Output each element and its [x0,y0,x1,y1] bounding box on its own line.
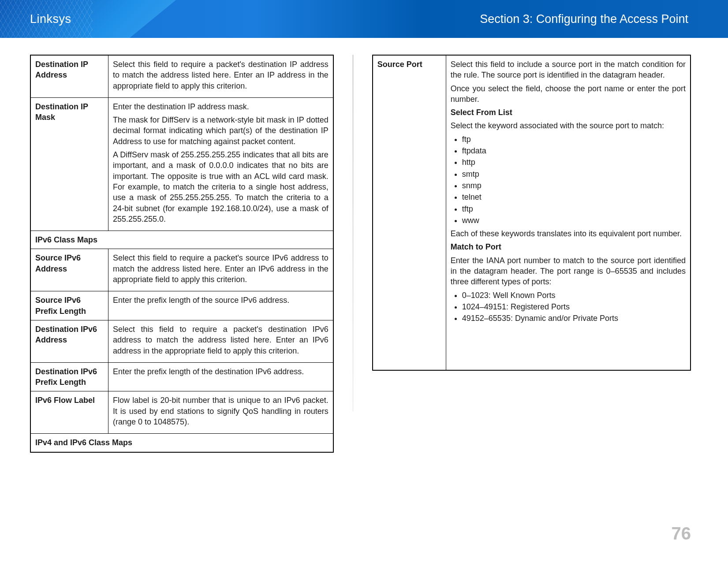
bullet-list: 0–1023: Well Known Ports 1024–49151: Reg… [462,290,686,324]
table-row: IPv6 Flow Label Flow label is 20-bit num… [30,391,333,434]
row-label: Source Port [373,55,446,370]
section-title: Section 3: Configuring the Access Point [480,12,688,26]
row-description: Enter the destination IP address mask. T… [108,97,333,231]
paragraph: A DiffServ mask of 255.255.255.255 indic… [113,149,329,224]
brand-text: Linksys [30,12,71,26]
table-row: Source IPv6 Prefix Length Enter the pref… [30,291,333,320]
page-number: 76 [672,524,691,543]
header: Linksys Section 3: Configuring the Acces… [0,0,728,38]
table-row: Source Port Select this field to include… [373,55,691,370]
column-left: Destination IP Address Select this field… [30,55,334,453]
subheading: Select From List [451,107,686,118]
list-item: ftp [462,134,686,145]
definitions-table-left: Destination IP Address Select this field… [30,55,334,453]
list-item: 0–1023: Well Known Ports [462,290,686,301]
paragraph: Each of these keywords translates into i… [451,228,686,239]
row-description: Select this field to require a packet's … [108,320,333,362]
table-section-row: IPv6 Class Maps [30,231,333,249]
paragraph: Select this field to require a packet's … [113,253,329,285]
list-item: www [462,215,686,226]
list-item: 49152–65535: Dynamic and/or Private Port… [462,313,686,324]
list-item: 1024–49151: Registered Ports [462,301,686,312]
row-label: Destination IP Address [30,55,108,97]
paragraph: Enter the IANA port number to match to t… [451,255,686,287]
paragraph: Select this field to require a packet's … [113,324,329,356]
page-root: { "header": { "brand": "Linksys", "secti… [0,0,728,562]
row-description: Select this field to require a packet's … [108,55,333,97]
paragraph: Once you select the field, choose the po… [451,83,686,105]
row-description: Select this field to include a source po… [446,55,691,370]
table-row: Destination IP Address Select this field… [30,55,333,97]
list-item: telnet [462,192,686,202]
row-description: Select this field to require a packet's … [108,249,333,291]
section-heading: IPv6 Class Maps [30,231,333,249]
row-description: Enter the prefix length of the source IP… [108,291,333,320]
bullet-list: ftp ftpdata http smtp snmp telnet tftp w… [462,134,686,226]
section-heading: IPv4 and IPv6 Class Maps [30,434,333,452]
column-divider [352,55,354,412]
definitions-table-right: Source Port Select this field to include… [372,55,691,371]
paragraph: Enter the destination IP address mask. [113,101,329,112]
paragraph: Enter the prefix length of the destinati… [113,366,329,377]
subheading: Match to Port [451,242,686,252]
row-label: IPv6 Flow Label [30,391,108,434]
row-label: Destination IPv6 Address [30,320,108,362]
list-item: ftpdata [462,145,686,156]
row-label: Source IPv6 Prefix Length [30,291,108,320]
list-item: tftp [462,204,686,214]
table-row: Source IPv6 Address Select this field to… [30,249,333,291]
table-row: Destination IPv6 Address Select this fie… [30,320,333,362]
list-item: smtp [462,169,686,179]
list-item: snmp [462,180,686,191]
table-row: Destination IPv6 Prefix Length Enter the… [30,362,333,391]
table-row: Destination IP Mask Enter the destinatio… [30,97,333,231]
column-right: Source Port Select this field to include… [372,55,691,371]
paragraph: Select this field to require a packet's … [113,59,329,91]
table-section-row: IPv4 and IPv6 Class Maps [30,434,333,452]
row-description: Enter the prefix length of the destinati… [108,362,333,391]
row-label: Source IPv6 Address [30,249,108,291]
body-columns: Destination IP Address Select this field… [0,38,728,453]
list-item: http [462,157,686,167]
paragraph: Select the keyword associated with the s… [451,120,686,131]
paragraph: The mask for DiffServ is a network-style… [113,115,329,147]
row-label: Destination IPv6 Prefix Length [30,362,108,391]
paragraph: Enter the prefix length of the source IP… [113,295,329,305]
paragraph: Flow label is 20-bit number that is uniq… [113,395,329,427]
paragraph: Select this field to include a source po… [451,59,686,81]
row-description: Flow label is 20-bit number that is uniq… [108,391,333,434]
row-label: Destination IP Mask [30,97,108,231]
